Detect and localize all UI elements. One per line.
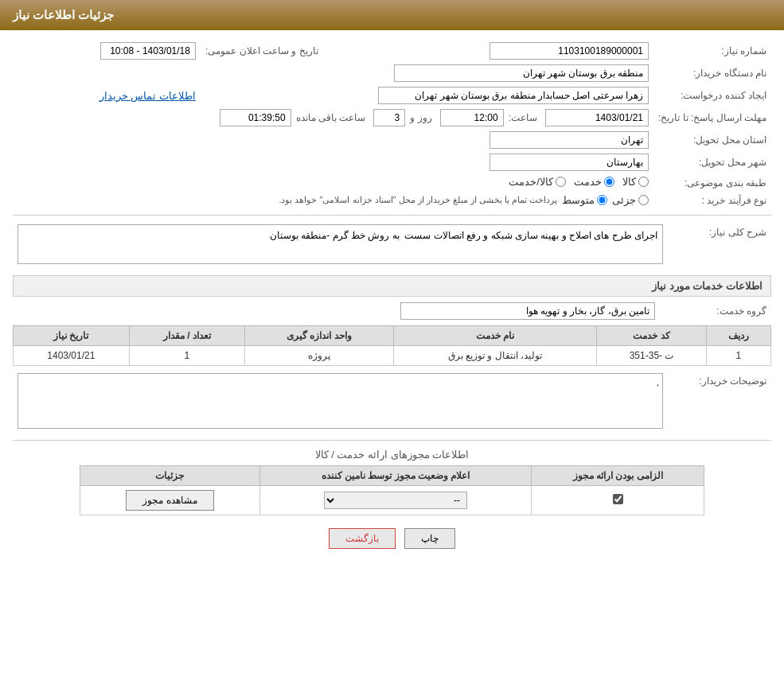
table-row: 1 ت -35-351 تولید، انتقال و توزیع برق پر… <box>14 346 771 366</box>
col-status: اعلام وضعیت مجوز توسط نامین کننده <box>260 466 532 486</box>
city-label: شهر محل تحویل: <box>653 151 771 173</box>
services-table: ردیف کد خدمت نام خدمت واحد اندازه گیری ت… <box>13 325 771 366</box>
col-row: ردیف <box>706 326 770 346</box>
process-medium-radio[interactable] <box>597 195 607 205</box>
need-number-input[interactable] <box>490 42 649 60</box>
col-service-code: کد خدمت <box>597 326 706 346</box>
deadline-date-input[interactable] <box>545 109 649 126</box>
back-button[interactable]: بازگشت <box>329 528 396 549</box>
divider-1 <box>13 215 771 216</box>
process-minor-option[interactable]: جزئی <box>612 194 649 206</box>
cell-details: مشاهده مجوز <box>80 486 259 515</box>
buyer-org-label: نام دستگاه خریدار: <box>653 62 771 84</box>
process-minor-radio[interactable] <box>638 195 649 205</box>
days-label: روز و <box>410 112 431 123</box>
cell-name: تولید، انتقال و توزیع برق <box>393 346 597 366</box>
remaining-time-input[interactable] <box>220 109 291 126</box>
col-mandatory: الزامی بودن ارائه مجوز <box>531 466 704 486</box>
category-goods-service-option[interactable]: کالا/خدمت <box>509 176 566 188</box>
province-label: استان محل تحویل: <box>653 129 771 151</box>
response-deadline-label: مهلت ارسال پاسخ: تا تاریخ: <box>653 107 771 129</box>
page-header: جزئیات اطلاعات نیاز <box>0 0 784 30</box>
category-label: طبقه بندی موضوعی: <box>653 173 771 192</box>
service-group-table: گروه خدمت: <box>13 300 771 322</box>
category-service-radio[interactable] <box>604 177 614 187</box>
category-goods-service-radio[interactable] <box>556 177 566 187</box>
description-label: شرح کلی نیاز: <box>668 222 771 269</box>
date-input[interactable] <box>100 42 196 60</box>
status-select[interactable]: -- <box>324 492 467 509</box>
permissions-table: الزامی بودن ارائه مجوز اعلام وضعیت مجوز … <box>80 465 705 515</box>
process-label: نوع فرآیند خرید : <box>653 192 771 208</box>
buyer-desc-table: توضیحات خریدار: . <box>13 371 771 434</box>
basic-info-table: شماره نیاز: تاریخ و ساعت اعلان عمومی: نا… <box>13 40 771 208</box>
cell-code: ت -35-351 <box>597 346 706 366</box>
need-number-label: شماره نیاز: <box>653 40 771 62</box>
province-input[interactable] <box>490 131 649 149</box>
deadline-time-input[interactable] <box>440 109 504 126</box>
description-table: شرح کلی نیاز: اجرای طرح های اصلاح و بهین… <box>13 222 771 269</box>
category-radio-group: کالا خدمت کالا/خدمت <box>509 176 649 188</box>
cell-unit: پروژه <box>245 346 393 366</box>
page-title: جزئیات اطلاعات نیاز <box>13 8 114 21</box>
days-input[interactable] <box>373 109 405 126</box>
category-service-option[interactable]: خدمت <box>574 176 614 188</box>
col-quantity: تعداد / مقدار <box>129 326 245 346</box>
mandatory-checkbox[interactable] <box>613 494 623 504</box>
deadline-time-label: ساعت: <box>509 112 537 123</box>
col-details: جزئیات <box>80 466 259 486</box>
cell-mandatory <box>531 486 704 515</box>
service-group-label: گروه خدمت: <box>660 300 771 322</box>
col-unit: واحد اندازه گیری <box>245 326 393 346</box>
process-note: پرداخت تمام یا بخشی از مبلغ خریدار از مح… <box>279 195 557 205</box>
permissions-section-title: اطلاعات مجوزهای ارائه خدمت / کالا <box>13 449 771 461</box>
city-input[interactable] <box>490 154 649 171</box>
buyer-desc-textarea[interactable]: . <box>18 373 663 429</box>
view-permit-button[interactable]: مشاهده مجوز <box>126 490 213 511</box>
cell-date: 1403/01/21 <box>14 346 130 366</box>
service-group-input[interactable] <box>400 302 655 320</box>
process-medium-option[interactable]: متوسط <box>562 194 607 206</box>
divider-2 <box>13 440 771 441</box>
cell-row: 1 <box>706 346 770 366</box>
category-goods-option[interactable]: کالا <box>622 176 649 188</box>
date-label: تاریخ و ساعت اعلان عمومی: <box>201 40 323 62</box>
cell-quantity: 1 <box>129 346 245 366</box>
col-service-name: نام خدمت <box>393 326 597 346</box>
print-button[interactable]: چاپ <box>404 528 455 549</box>
description-textarea[interactable]: اجرای طرح های اصلاح و بهینه سازی شبکه و … <box>18 224 663 264</box>
col-date: تاریخ نیاز <box>14 326 130 346</box>
table-row: -- مشاهده مجوز <box>80 486 704 515</box>
contact-link[interactable]: اطلاعات تماس خریدار <box>99 90 196 102</box>
category-goods-radio[interactable] <box>638 177 649 187</box>
services-section-header: اطلاعات خدمات مورد نیاز <box>13 275 771 297</box>
button-area: چاپ بازگشت <box>13 528 771 549</box>
buyer-desc-label: توضیحات خریدار: <box>668 371 771 434</box>
requester-label: ایجاد کننده درخواست: <box>653 84 771 107</box>
cell-status: -- <box>260 486 532 515</box>
buyer-org-input[interactable] <box>394 64 649 82</box>
remaining-label: ساعت باقی مانده <box>296 112 366 123</box>
requester-input[interactable] <box>378 87 649 104</box>
